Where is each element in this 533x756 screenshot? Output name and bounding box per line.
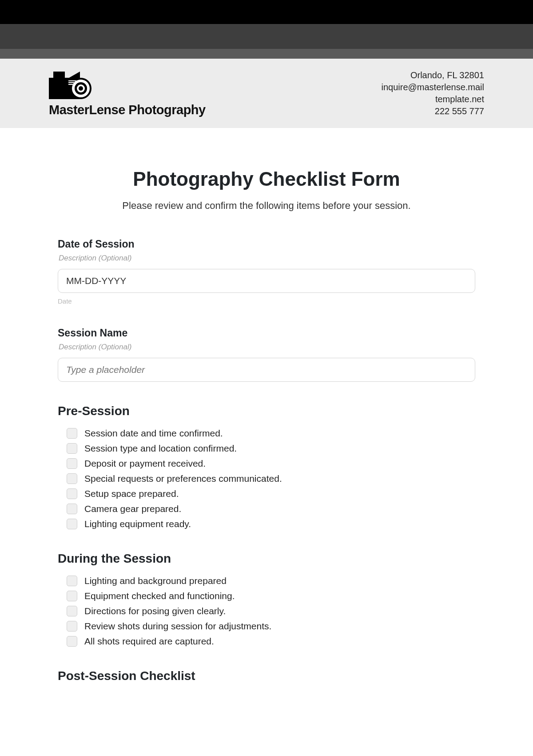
date-helper: Date xyxy=(58,297,475,305)
svg-point-7 xyxy=(79,86,83,91)
checkbox[interactable] xyxy=(67,519,77,529)
pre-session-section: Pre-Session Session date and time confir… xyxy=(58,404,475,529)
post-session-title: Post-Session Checklist xyxy=(58,669,475,683)
session-name-input[interactable] xyxy=(58,358,475,382)
pre-session-title: Pre-Session xyxy=(58,404,475,418)
svg-rect-1 xyxy=(53,72,65,80)
date-field-block: Date of Session Description (Optional) D… xyxy=(58,238,475,305)
decorative-band-3 xyxy=(0,49,533,59)
check-label: Lighting equipment ready. xyxy=(84,519,191,529)
during-session-section: During the Session Lighting and backgrou… xyxy=(58,552,475,647)
check-label: Camera gear prepared. xyxy=(84,504,181,514)
checkbox[interactable] xyxy=(67,458,77,469)
check-label: Session date and time confirmed. xyxy=(84,428,223,439)
checkbox[interactable] xyxy=(67,606,77,616)
check-row: Camera gear prepared. xyxy=(58,504,475,514)
address-line: Orlando, FL 32801 xyxy=(381,69,484,81)
check-row: Setup space prepared. xyxy=(58,488,475,499)
website-line: template.net xyxy=(381,93,484,105)
form-content: Photography Checklist Form Please review… xyxy=(58,128,475,723)
svg-marker-2 xyxy=(68,72,80,79)
post-session-section: Post-Session Checklist xyxy=(58,669,475,683)
camera-icon xyxy=(49,70,93,100)
check-row: Deposit or payment received. xyxy=(58,458,475,469)
date-input[interactable] xyxy=(58,269,475,293)
check-label: Special requests or preferences communic… xyxy=(84,473,282,484)
contact-block: Orlando, FL 32801 inquire@masterlense.ma… xyxy=(381,69,484,117)
check-row: Review shots during session for adjustme… xyxy=(58,621,475,632)
check-row: Lighting and background prepared xyxy=(58,576,475,586)
logo-block: MasterLense Photography xyxy=(49,70,206,117)
check-label: Review shots during session for adjustme… xyxy=(84,621,271,632)
check-row: Equipment checked and functioning. xyxy=(58,591,475,601)
session-name-description: Description (Optional) xyxy=(59,343,475,352)
header: MasterLense Photography Orlando, FL 3280… xyxy=(0,59,533,128)
check-row: Session type and location confirmed. xyxy=(58,443,475,454)
company-name: MasterLense Photography xyxy=(49,103,206,117)
form-title: Photography Checklist Form xyxy=(58,168,475,190)
svg-rect-8 xyxy=(68,80,76,81)
session-name-field-block: Session Name Description (Optional) xyxy=(58,327,475,382)
checkbox[interactable] xyxy=(67,504,77,514)
phone-line: 222 555 777 xyxy=(381,105,484,117)
date-label: Date of Session xyxy=(58,238,475,250)
checkbox[interactable] xyxy=(67,473,77,484)
form-subtitle: Please review and confirm the following … xyxy=(58,200,475,212)
check-row: Session date and time confirmed. xyxy=(58,428,475,439)
during-session-title: During the Session xyxy=(58,552,475,566)
check-label: Session type and location confirmed. xyxy=(84,443,237,454)
svg-rect-9 xyxy=(68,82,75,83)
date-description: Description (Optional) xyxy=(59,254,475,263)
checkbox[interactable] xyxy=(67,428,77,439)
svg-rect-10 xyxy=(68,84,73,85)
check-label: Setup space prepared. xyxy=(84,488,179,499)
check-row: Special requests or preferences communic… xyxy=(58,473,475,484)
checkbox[interactable] xyxy=(67,576,77,586)
decorative-band-1 xyxy=(0,0,533,24)
check-row: Directions for posing given clearly. xyxy=(58,606,475,616)
checkbox[interactable] xyxy=(67,443,77,454)
email-line: inquire@masterlense.mail xyxy=(381,81,484,93)
checkbox[interactable] xyxy=(67,621,77,632)
check-label: Deposit or payment received. xyxy=(84,458,206,469)
check-label: Lighting and background prepared xyxy=(84,576,227,586)
checkbox[interactable] xyxy=(67,636,77,647)
check-row: Lighting equipment ready. xyxy=(58,519,475,529)
decorative-band-2 xyxy=(0,24,533,49)
check-label: Equipment checked and functioning. xyxy=(84,591,235,601)
check-row: All shots required are captured. xyxy=(58,636,475,647)
session-name-label: Session Name xyxy=(58,327,475,339)
check-label: Directions for posing given clearly. xyxy=(84,606,226,616)
checkbox[interactable] xyxy=(67,488,77,499)
check-label: All shots required are captured. xyxy=(84,636,214,647)
checkbox[interactable] xyxy=(67,591,77,601)
